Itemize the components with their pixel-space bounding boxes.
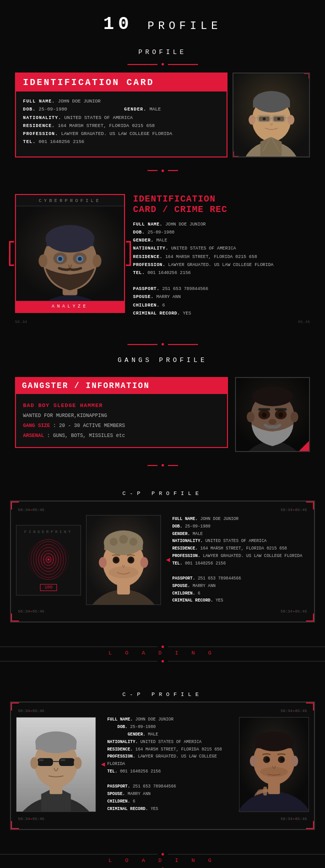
field-fullname-label: FULL NAME. <box>23 99 55 104</box>
deco-bar-6 <box>168 465 178 466</box>
deco-dot <box>162 63 164 66</box>
cp-section-5: C-P PROFILE 56:34 • 65:45 56:34 • 65:45 <box>0 680 325 840</box>
field-tel-label: TEL. <box>23 140 36 144</box>
cp-info-4: FULL NAME. JOHN DOE JUNIOR DOB. 25-09-19… <box>172 516 309 605</box>
scan-tr <box>306 502 314 510</box>
cp-arrow-5: ◄ <box>101 760 105 768</box>
bracket-left <box>9 241 14 266</box>
photo-svg-2 <box>16 206 124 301</box>
loading-text-1: L O A D I N G <box>0 650 325 656</box>
svg-point-16 <box>262 118 266 120</box>
svg-point-108 <box>292 756 298 766</box>
scan-tl-5 <box>11 702 19 710</box>
svg-point-104 <box>266 758 270 762</box>
field-fullname-value: JOHN DOE JUNIOR <box>58 98 101 104</box>
id-card-section: IDENTIFICATION CARD FULL NAME. JOHN DOE … <box>0 68 325 168</box>
page-title: 10 PROFILE <box>0 0 325 40</box>
svg-point-5 <box>253 91 290 112</box>
scan-bl-5 <box>11 821 19 829</box>
cp-coords-top-5: 56:34 • 65:45 56:34 • 65:45 <box>16 708 309 716</box>
cp-wrapper-4: 56:34 • 65:45 56:34 • 65:45 FINGERPRINT <box>10 500 315 622</box>
scan-tr-5 <box>306 702 314 710</box>
svg-point-41 <box>262 412 267 418</box>
red-dot-loading <box>162 646 164 648</box>
svg-point-107 <box>250 756 257 766</box>
svg-point-91 <box>30 757 38 769</box>
cyber-label: CYBERPROFILE <box>16 195 124 206</box>
section-profile-label: PROFILE <box>0 40 325 61</box>
svg-point-38 <box>252 387 293 406</box>
deco-bar-3 <box>128 344 158 345</box>
grey-line-5 <box>0 854 158 854</box>
cp-coords-top: 56:34 • 65:45 56:34 • 65:45 <box>16 506 309 515</box>
arsenal-value: : GUNS, BOTS, MISSILES etc <box>47 433 125 438</box>
gangs-section-label: GANGS PROFILE <box>0 348 325 369</box>
spacer-1 <box>0 174 325 184</box>
svg-point-106 <box>260 767 288 777</box>
svg-rect-66 <box>104 543 143 550</box>
gang-size-line: GANG SIZE : 20 - 30 ACTIVE MEMBERS <box>23 421 220 431</box>
svg-rect-6 <box>253 102 290 108</box>
fingerprint-box: FINGERPRINT <box>16 525 81 596</box>
cp-info-wrapper: ◄ FULL NAME. JOHN DOE JUNIOR DOB. 25-09-… <box>166 516 309 605</box>
svg-point-42 <box>278 412 284 418</box>
id-card-title: IDENTIFICATION CARD <box>23 78 154 88</box>
cp-info-wrapper-5-mid: ◄ FULL NAME. JOHN DOE JUNIOR DOB. 25-09-… <box>101 716 234 812</box>
svg-point-72 <box>114 558 118 562</box>
cp-inner-4: FINGERPRINT <box>16 515 309 605</box>
fingerprint-label: FINGERPRINT <box>20 530 76 534</box>
cyber-photo-box: CYBERPROFILE <box>15 194 125 313</box>
svg-point-69 <box>130 538 138 546</box>
cp-info-5: FULL NAME. JOHN DOE JUNIOR DOB. 25-09-19… <box>107 716 234 812</box>
deco-bar-sm-2 <box>168 170 178 171</box>
field-nationality-value: UNITED STATES OF AMERICA <box>64 115 133 120</box>
cp-section-4: C-P PROFILE 56:34 • 65:45 56:34 • 65:45 … <box>0 478 325 632</box>
cyber-wrapper: CYBERPROFILE <box>15 194 310 318</box>
svg-rect-109 <box>263 786 267 796</box>
cp-photo-5-right <box>239 717 309 812</box>
field-profession-value: LAWYER GRAUATED. US LAW COLLEGE FLORIDA <box>61 131 172 136</box>
id-card-photo <box>232 72 310 158</box>
id-card-header: IDENTIFICATION CARD <box>16 74 226 92</box>
svg-point-92 <box>74 757 82 769</box>
svg-point-74 <box>108 566 138 578</box>
corner-accent <box>299 441 309 451</box>
gangs-wrapper: GANGSTER / INFORMATION BAD BOY SLEDGE HA… <box>15 377 310 452</box>
deco-line-1 <box>0 63 325 66</box>
cyber-section: CYBERPROFILE <box>0 184 325 336</box>
cp-wrapper-5: 56:34 • 65:45 56:34 • 65:45 <box>10 702 315 830</box>
svg-point-68 <box>119 535 128 544</box>
scan-br-5 <box>306 821 314 829</box>
svg-rect-44 <box>275 408 286 410</box>
gangster-name: BAD BOY SLEDGE HAMMER <box>23 400 220 411</box>
deco-line-loading2 <box>0 660 325 662</box>
svg-point-100 <box>254 732 294 751</box>
gangs-info-header: GANGSTER / INFORMATION <box>16 378 227 394</box>
deco-bar-4 <box>168 344 198 345</box>
svg-point-8 <box>288 115 294 124</box>
scan-br <box>306 614 314 622</box>
gangs-info-body: BAD BOY SLEDGE HAMMER WANTED FOR MURDER,… <box>16 394 227 447</box>
cp-arrow: ◄ <box>166 556 170 564</box>
loading-text-2: L O A D I N G <box>0 858 325 864</box>
field-dob-value: 25-09-1980 <box>38 106 67 112</box>
red-dot-loading3 <box>162 853 164 856</box>
svg-point-75 <box>99 557 107 568</box>
svg-point-47 <box>290 412 298 422</box>
svg-rect-83 <box>36 742 76 750</box>
arsenal-line: ARSENAL : GUNS, BOTS, MISSILES etc <box>23 431 220 441</box>
field-profession-label: PROFESSION. <box>23 132 58 136</box>
svg-rect-24 <box>46 238 94 246</box>
arsenal-label: ARSENAL <box>23 433 44 438</box>
scan-bl <box>11 614 19 622</box>
id-card-wrapper: IDENTIFICATION CARD FULL NAME. JOHN DOE … <box>15 72 310 158</box>
cp-coords-bottom: 56:34 • 65:45 56:34 • 65:45 <box>16 608 309 616</box>
loading-section-1: L O A D I N G <box>0 632 325 670</box>
deco-bar <box>168 64 198 65</box>
svg-point-67 <box>110 538 118 546</box>
svg-point-105 <box>280 758 284 762</box>
svg-point-29 <box>58 256 62 260</box>
page-number: 10 <box>104 14 133 34</box>
svg-rect-90 <box>60 759 66 761</box>
spacer-3 <box>0 468 325 478</box>
